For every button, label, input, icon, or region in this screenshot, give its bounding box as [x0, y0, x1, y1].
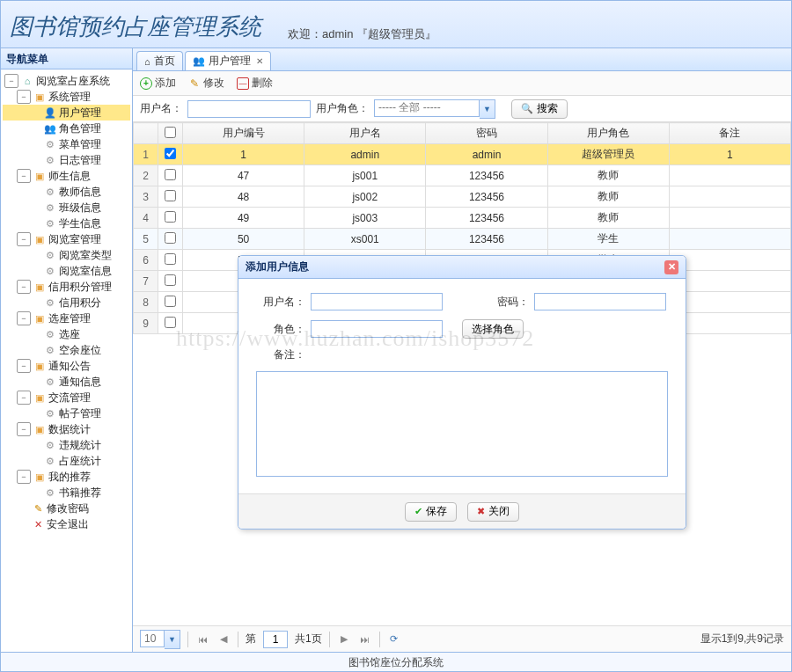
tree-group[interactable]: −▣师生信息	[3, 168, 130, 184]
username-search-input[interactable]	[187, 100, 311, 118]
tree-item[interactable]: ⚙帖子管理	[3, 405, 130, 421]
role-combo-input[interactable]	[374, 99, 480, 117]
cell	[669, 313, 790, 334]
tree-item[interactable]: ⚙班级信息	[3, 200, 130, 215]
dialog-close-button[interactable]: ✕	[664, 260, 678, 274]
dlg-remark-textarea[interactable]	[256, 371, 668, 477]
tree-item[interactable]: ✎修改密码	[3, 500, 130, 516]
tree-item[interactable]: ⚙日志管理	[3, 152, 130, 168]
cell	[669, 208, 790, 229]
row-number: 1	[134, 144, 158, 165]
row-number: 6	[134, 250, 158, 271]
row-checkbox[interactable]	[158, 313, 183, 334]
tree-group[interactable]: −▣通知公告	[3, 358, 130, 374]
search-button[interactable]: 🔍搜索	[511, 99, 568, 119]
last-page-button[interactable]: ⏭	[358, 632, 372, 646]
column-header[interactable]: 备注	[669, 123, 790, 144]
row-checkbox[interactable]	[158, 208, 183, 229]
page-size-input[interactable]	[140, 630, 165, 647]
prev-page-button[interactable]: ◀	[216, 632, 231, 646]
tree-group[interactable]: −▣信用积分管理	[3, 279, 130, 295]
row-number: 4	[134, 208, 158, 229]
tree-item[interactable]: ⚙书籍推荐	[3, 485, 130, 500]
next-page-button[interactable]: ▶	[337, 632, 351, 646]
cell: admin	[304, 144, 426, 165]
add-button[interactable]: +添加	[140, 76, 176, 91]
column-header[interactable]: 密码	[426, 123, 547, 144]
cell	[669, 165, 790, 186]
dlg-username-input[interactable]	[311, 293, 443, 310]
select-all-checkbox[interactable]	[158, 123, 183, 144]
tree-group[interactable]: −▣系统管理	[3, 89, 130, 105]
tree-item[interactable]: ⚙学生信息	[3, 215, 130, 231]
tree-item[interactable]: ⚙教师信息	[3, 184, 130, 200]
dlg-role-input[interactable]	[311, 320, 443, 338]
tree-item[interactable]: ⚙阅览室信息	[3, 263, 130, 279]
dialog-header[interactable]: 添加用户信息 ✕	[238, 256, 686, 279]
tree-item[interactable]: ⚙菜单管理	[3, 136, 130, 152]
cell: 教师	[547, 165, 669, 186]
row-checkbox[interactable]	[158, 250, 183, 271]
tree-group[interactable]: −▣交流管理	[3, 390, 130, 405]
tree-item[interactable]: ⚙选座	[3, 326, 130, 342]
row-checkbox[interactable]	[158, 165, 183, 186]
app-header: 图书馆预约占座管理系统 欢迎：admin 『超级管理员』	[1, 1, 791, 48]
total-pages: 共1页	[295, 632, 322, 646]
tree-group[interactable]: −▣数据统计	[3, 421, 130, 437]
table-row[interactable]: 11adminadmin超级管理员1	[134, 144, 791, 165]
table-row[interactable]: 348js002123456教师	[134, 186, 791, 208]
column-header[interactable]: 用户角色	[547, 123, 669, 144]
row-checkbox[interactable]	[158, 144, 183, 165]
table-row[interactable]: 550xs001123456学生	[134, 229, 791, 250]
page-size-combo[interactable]: ▼	[140, 630, 180, 649]
sidebar-title: 导航菜单	[1, 48, 132, 69]
pager-info: 显示1到9,共9记录	[700, 632, 784, 646]
tab-user-mgmt[interactable]: 👥 用户管理 ✕	[185, 51, 271, 70]
chevron-down-icon[interactable]: ▼	[480, 99, 495, 119]
close-icon[interactable]: ✕	[256, 56, 263, 66]
tree-item[interactable]: ⚙阅览室类型	[3, 247, 130, 263]
edit-button[interactable]: ✎修改	[188, 76, 224, 91]
tab-home[interactable]: ⌂ 首页	[136, 51, 183, 70]
chevron-down-icon[interactable]: ▼	[165, 630, 180, 649]
tree-group[interactable]: −▣选座管理	[3, 310, 130, 326]
minus-icon: —	[237, 77, 249, 90]
tree-group[interactable]: −▣阅览室管理	[3, 231, 130, 247]
refresh-button[interactable]: ⟳	[387, 632, 401, 646]
row-number: 5	[134, 229, 158, 250]
table-row[interactable]: 247js001123456教师	[134, 165, 791, 186]
row-checkbox[interactable]	[158, 292, 183, 313]
welcome-text: 欢迎：admin 『超级管理员』	[288, 26, 436, 42]
column-header[interactable]: 用户名	[304, 123, 426, 144]
cell: 123456	[426, 208, 547, 229]
tree-group[interactable]: −▣我的推荐	[3, 469, 130, 485]
pencil-icon: ✎	[188, 77, 201, 90]
role-combo[interactable]: ▼	[374, 99, 495, 119]
tab-label: 用户管理	[209, 54, 251, 69]
row-checkbox[interactable]	[158, 229, 183, 250]
cell	[669, 229, 790, 250]
tree-item[interactable]: ⚙违规统计	[3, 437, 130, 453]
tree-item[interactable]: ⚙占座统计	[3, 453, 130, 469]
page-number-input[interactable]	[263, 631, 288, 648]
tree-item[interactable]: ⚙信用积分	[3, 295, 130, 310]
dlg-password-input[interactable]	[534, 293, 666, 310]
tree-item[interactable]: ⚙空余座位	[3, 342, 130, 358]
save-button[interactable]: ✔保存	[405, 502, 457, 522]
tree-item[interactable]: 👤用户管理	[3, 105, 130, 121]
dialog-title: 添加用户信息	[246, 259, 309, 274]
first-page-button[interactable]: ⏮	[195, 632, 209, 646]
tree-item[interactable]: ✕安全退出	[3, 516, 130, 532]
tree-root[interactable]: −⌂阅览室占座系统	[3, 73, 130, 89]
row-checkbox[interactable]	[158, 186, 183, 208]
delete-button[interactable]: —删除	[237, 76, 273, 91]
column-header[interactable]: 用户编号	[183, 123, 304, 144]
tree-item[interactable]: ⚙通知信息	[3, 374, 130, 390]
cell: xs001	[304, 229, 426, 250]
pick-role-button[interactable]: 选择角色	[462, 319, 524, 339]
row-checkbox[interactable]	[158, 271, 183, 292]
tree-item[interactable]: 👥角色管理	[3, 121, 130, 136]
close-button[interactable]: ✖关闭	[467, 502, 519, 522]
username-label: 用户名：	[140, 101, 182, 116]
table-row[interactable]: 449js003123456教师	[134, 208, 791, 229]
